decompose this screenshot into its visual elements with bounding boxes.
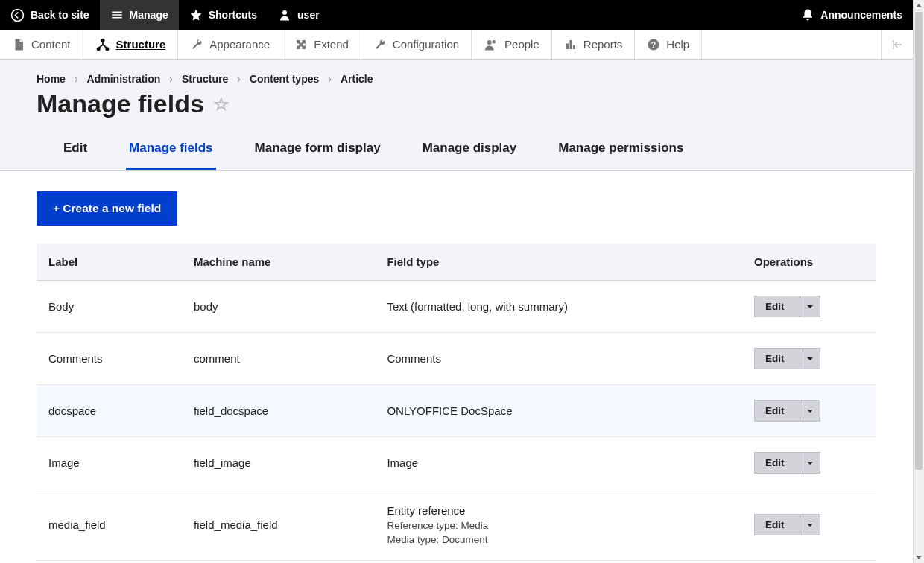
cell-machine: field_media_field xyxy=(182,489,375,561)
cell-operations: Edit xyxy=(742,281,876,333)
chevron-right-icon: › xyxy=(237,73,241,85)
user-menu[interactable]: user xyxy=(268,0,330,30)
svg-point-2 xyxy=(101,38,104,42)
crumb-article[interactable]: Article xyxy=(341,73,373,85)
tab-manage-fields[interactable]: Manage fields xyxy=(126,135,215,170)
shortcuts-label: Shortcuts xyxy=(209,9,257,21)
admin-label: Appearance xyxy=(209,38,270,51)
admin-item-configuration[interactable]: Configuration xyxy=(361,30,472,59)
cell-label: Body xyxy=(37,281,182,333)
edit-button[interactable]: Edit xyxy=(754,400,800,422)
tab-manage-display[interactable]: Manage display xyxy=(420,135,520,170)
scroll-down-icon[interactable] xyxy=(914,551,924,563)
fields-table: Label Machine name Field type Operations… xyxy=(37,244,876,563)
table-row: media_fieldfield_media_fieldEntity refer… xyxy=(37,489,876,561)
admin-item-extend[interactable]: Extend xyxy=(282,30,361,59)
cell-machine: body xyxy=(182,281,375,333)
back-to-site[interactable]: Back to site xyxy=(0,0,100,30)
scroll-thumb[interactable] xyxy=(915,12,923,470)
edit-button[interactable]: Edit xyxy=(754,514,800,535)
cell-label: Image xyxy=(37,437,182,489)
chevron-down-icon xyxy=(806,355,814,363)
announcements[interactable]: Announcements xyxy=(791,0,913,30)
crumb-admin[interactable]: Administration xyxy=(87,73,161,85)
field-subtext: Media type: Document xyxy=(387,534,730,545)
col-type: Field type xyxy=(375,244,742,281)
collapse-toolbar[interactable] xyxy=(881,30,913,59)
cell-type: Entity referenceReference type: MediaMed… xyxy=(375,489,742,561)
tab-manage-permissions[interactable]: Manage permissions xyxy=(555,135,686,170)
page-header: Home › Administration › Structure › Cont… xyxy=(0,60,913,171)
tab-edit[interactable]: Edit xyxy=(60,135,90,170)
structure-icon xyxy=(95,37,110,52)
create-new-field-button[interactable]: + Create a new field xyxy=(37,191,177,226)
field-subtext: Reference type: Media xyxy=(387,520,730,531)
cell-type: ONLYOFFICE DocSpace xyxy=(375,385,742,437)
tab-manage-form-display[interactable]: Manage form display xyxy=(252,135,384,170)
shortcuts[interactable]: Shortcuts xyxy=(179,0,268,30)
admin-item-content[interactable]: Content xyxy=(0,30,83,59)
cell-operations: Edit xyxy=(742,437,876,489)
wrench-icon xyxy=(190,38,203,51)
top-toolbar: Back to site Manage Shortcuts user Annou… xyxy=(0,0,913,30)
operations-dropdown[interactable] xyxy=(800,296,820,317)
main-content: + Create a new field Label Machine name … xyxy=(0,171,913,563)
crumb-structure[interactable]: Structure xyxy=(182,73,228,85)
admin-label: Help xyxy=(666,38,689,51)
scroll-up-icon[interactable] xyxy=(914,0,924,12)
table-row: Imagefield_imageImageEdit xyxy=(37,437,876,489)
edit-button[interactable]: Edit xyxy=(754,296,800,317)
admin-item-structure[interactable]: Structure xyxy=(83,30,179,59)
star-icon xyxy=(189,8,203,22)
table-row: docspacefield_docspaceONLYOFFICE DocSpac… xyxy=(37,385,876,437)
admin-label: Configuration xyxy=(393,38,459,51)
chevron-right-icon: › xyxy=(75,73,78,85)
crumb-content-types[interactable]: Content types xyxy=(250,73,319,85)
chart-icon xyxy=(564,38,578,51)
favorite-star-icon[interactable]: ☆ xyxy=(213,94,230,115)
admin-item-reports[interactable]: Reports xyxy=(552,30,636,59)
cell-label: media_field xyxy=(37,489,182,561)
manage-toggle[interactable]: Manage xyxy=(100,0,179,30)
cell-operations: Edit xyxy=(742,561,876,564)
admin-item-help[interactable]: ? Help xyxy=(635,30,702,59)
chevron-down-icon xyxy=(806,459,814,467)
edit-button[interactable]: Edit xyxy=(754,452,800,474)
edit-button[interactable]: Edit xyxy=(754,348,800,369)
admin-menu: Content Structure Appearance Extend Conf… xyxy=(0,30,913,60)
cell-operations: Edit xyxy=(742,489,876,561)
chevron-down-icon xyxy=(806,303,814,311)
svg-point-1 xyxy=(282,10,287,15)
svg-point-0 xyxy=(12,9,24,21)
admin-label: Structure xyxy=(116,38,166,51)
table-row: Tagsfield_tagsEntity referenceReference … xyxy=(37,561,876,564)
window-scrollbar[interactable] xyxy=(913,0,924,563)
user-label: user xyxy=(297,9,320,21)
breadcrumb: Home › Administration › Structure › Cont… xyxy=(37,73,876,85)
operations-dropdown[interactable] xyxy=(800,400,820,422)
operations-dropdown[interactable] xyxy=(800,514,820,535)
file-icon xyxy=(12,38,25,51)
table-row: BodybodyText (formatted, long, with summ… xyxy=(37,281,876,333)
cell-label: Tags xyxy=(37,561,182,564)
svg-text:?: ? xyxy=(651,39,656,48)
cell-machine: field_docspace xyxy=(182,385,375,437)
admin-item-people[interactable]: People xyxy=(472,30,552,59)
cell-type: Entity referenceReference type: Taxonomy… xyxy=(375,561,742,564)
chevron-down-icon xyxy=(806,521,814,529)
crumb-home[interactable]: Home xyxy=(37,73,66,85)
cell-label: docspace xyxy=(37,385,182,437)
hamburger-icon xyxy=(110,8,124,22)
operations-dropdown[interactable] xyxy=(800,348,820,369)
scroll-track[interactable] xyxy=(914,12,924,551)
manage-label: Manage xyxy=(130,9,168,21)
admin-item-appearance[interactable]: Appearance xyxy=(178,30,282,59)
operations-dropdown[interactable] xyxy=(800,452,820,474)
collapse-icon xyxy=(890,38,904,51)
cell-machine: field_tags xyxy=(182,561,375,564)
people-icon xyxy=(484,38,499,51)
cell-type: Comments xyxy=(375,333,742,385)
cell-machine: comment xyxy=(182,333,375,385)
user-icon xyxy=(278,8,291,22)
col-label: Label xyxy=(37,244,182,281)
